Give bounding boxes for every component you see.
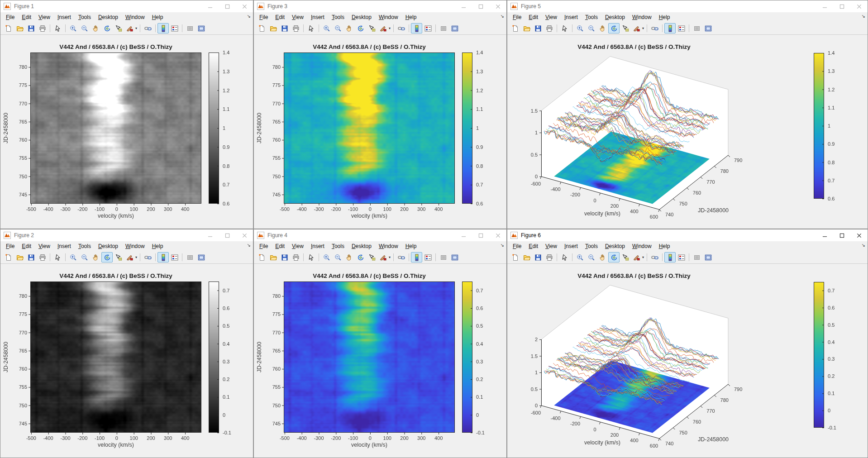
pan-icon[interactable] [597,252,608,262]
rotate-3d-icon[interactable] [608,252,620,262]
menu-overflow-icon[interactable]: ↘ [247,243,251,248]
menu-item-view[interactable]: View [35,13,54,21]
zoom-out-icon[interactable] [586,23,597,33]
menu-item-tools[interactable]: Tools [75,13,95,21]
heatmap-canvas[interactable] [0,264,253,458]
pointer-icon[interactable] [305,23,317,33]
rotate-3d-icon[interactable] [355,252,366,262]
waterfall-3d-canvas[interactable] [507,264,868,458]
menu-item-help[interactable]: Help [148,13,167,21]
pointer-icon[interactable] [52,252,63,262]
brush-dropdown-caret[interactable]: ▾ [642,26,644,30]
new-figure-icon[interactable] [510,23,521,33]
open-file-icon[interactable] [267,23,279,33]
menu-item-insert[interactable]: Insert [561,242,582,250]
titlebar[interactable]: Figure 3 [254,0,506,12]
menu-item-help[interactable]: Help [402,242,420,250]
menu-item-edit[interactable]: Edit [272,242,288,250]
menu-overflow-icon[interactable]: ↘ [862,14,865,19]
waterfall-3d-canvas[interactable] [507,35,868,229]
new-figure-icon[interactable] [510,252,521,262]
rotate-3d-icon[interactable] [101,252,113,262]
brush-icon[interactable] [377,252,389,262]
menu-item-tools[interactable]: Tools [582,242,601,250]
property-editor-icon[interactable] [169,252,180,262]
maximize-button[interactable] [472,0,489,12]
brush-icon[interactable] [377,23,389,33]
save-figure-icon[interactable] [532,23,544,33]
insert-colorbar-icon[interactable] [664,252,676,262]
data-cursor-icon[interactable] [113,23,124,33]
insert-legend-icon[interactable] [691,252,702,262]
close-button[interactable] [850,0,868,12]
menu-item-tools[interactable]: Tools [328,242,348,250]
maximize-button[interactable] [472,229,489,241]
dock-figure-icon[interactable] [702,23,714,33]
menu-item-help[interactable]: Help [402,13,420,21]
insert-legend-icon[interactable] [184,23,196,33]
menu-item-window[interactable]: Window [375,242,402,250]
titlebar[interactable]: Figure 1 [0,0,253,12]
property-editor-icon[interactable] [676,252,687,262]
close-button[interactable] [850,229,868,241]
menu-item-edit[interactable]: Edit [525,242,542,250]
print-figure-icon[interactable] [37,23,48,33]
zoom-in-icon[interactable] [67,252,79,262]
menu-item-view[interactable]: View [35,242,54,250]
maximize-button[interactable] [219,229,236,241]
data-cursor-icon[interactable] [113,252,124,262]
brush-icon[interactable] [124,252,135,262]
zoom-out-icon[interactable] [79,252,90,262]
data-cursor-icon[interactable] [620,23,631,33]
menu-overflow-icon[interactable]: ↘ [501,243,504,248]
print-figure-icon[interactable] [544,23,555,33]
menu-item-window[interactable]: Window [629,242,655,250]
menu-item-desktop[interactable]: Desktop [95,242,122,250]
menu-overflow-icon[interactable]: ↘ [862,243,865,248]
maximize-button[interactable] [833,229,850,241]
insert-legend-icon[interactable] [691,23,702,33]
menu-item-help[interactable]: Help [148,242,167,250]
menu-item-tools[interactable]: Tools [328,13,348,21]
dock-figure-icon[interactable] [196,252,207,262]
menu-item-view[interactable]: View [542,13,561,21]
menu-overflow-icon[interactable]: ↘ [247,14,251,19]
close-button[interactable] [489,229,506,241]
menu-item-file[interactable]: File [2,13,18,21]
zoom-in-icon[interactable] [67,23,79,33]
menu-item-edit[interactable]: Edit [525,13,542,21]
brush-icon[interactable] [631,252,642,262]
close-button[interactable] [489,0,506,12]
pointer-icon[interactable] [559,252,570,262]
minimize-button[interactable] [455,0,472,12]
menu-item-tools[interactable]: Tools [582,13,601,21]
save-figure-icon[interactable] [279,252,290,262]
menu-item-desktop[interactable]: Desktop [348,242,375,250]
dock-figure-icon[interactable] [449,252,460,262]
print-figure-icon[interactable] [290,252,301,262]
menu-item-desktop[interactable]: Desktop [95,13,122,21]
heatmap-canvas[interactable] [0,35,253,229]
link-plots-icon[interactable] [396,23,407,33]
maximize-button[interactable] [219,0,236,12]
minimize-button[interactable] [455,229,472,241]
save-figure-icon[interactable] [25,23,37,33]
menu-item-file[interactable]: File [509,13,525,21]
menu-item-window[interactable]: Window [122,242,148,250]
property-editor-icon[interactable] [422,23,434,33]
data-cursor-icon[interactable] [620,252,631,262]
pan-icon[interactable] [343,23,355,33]
link-plots-icon[interactable] [649,252,660,262]
zoom-in-icon[interactable] [574,252,586,262]
menu-item-desktop[interactable]: Desktop [601,242,629,250]
menu-item-file[interactable]: File [2,242,18,250]
menu-item-view[interactable]: View [288,242,307,250]
brush-dropdown-caret[interactable]: ▾ [642,255,644,259]
save-figure-icon[interactable] [279,23,290,33]
open-file-icon[interactable] [14,252,25,262]
menu-item-insert[interactable]: Insert [54,242,75,250]
insert-colorbar-icon[interactable] [157,252,169,262]
zoom-in-icon[interactable] [574,23,586,33]
menu-item-window[interactable]: Window [122,13,148,21]
dock-figure-icon[interactable] [702,252,714,262]
